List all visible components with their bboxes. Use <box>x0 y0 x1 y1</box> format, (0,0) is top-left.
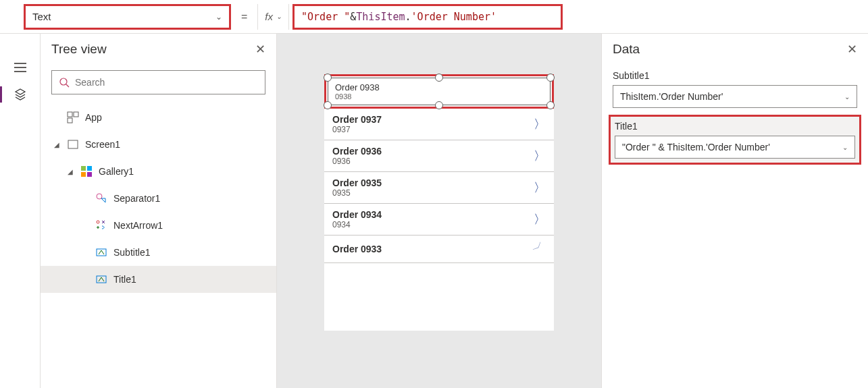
collapse-icon[interactable]: ◢ <box>54 141 63 148</box>
gallery-icon <box>80 165 93 178</box>
selected-title-control[interactable]: Order 0938 0938 <box>324 74 554 109</box>
svg-point-0 <box>60 78 67 85</box>
tree-list: App ◢ Screen1 ◢ Gallery1 <box>41 100 276 293</box>
gallery-item[interactable]: Order 0936 0936 〉 <box>324 140 554 172</box>
screen-icon <box>66 138 80 151</box>
close-icon[interactable]: ✕ <box>255 42 265 57</box>
gallery-item-title: Order 0935 <box>332 177 534 188</box>
gallery-item-subtitle: 0935 <box>332 188 534 198</box>
chevron-right-icon[interactable]: 〉 <box>534 179 546 196</box>
tree-item-label: Screen1 <box>85 139 120 150</box>
hamburger-menu-icon[interactable] <box>7 54 34 81</box>
tree-item-screen1[interactable]: ◢ Screen1 <box>41 131 276 158</box>
data-field-subtitle1: Subtitle1 ThisItem.'Order Number' ⌄ <box>613 70 857 108</box>
svg-rect-9 <box>87 172 92 177</box>
gallery-item-subtitle: 0936 <box>332 157 534 166</box>
field-dropdown-title1[interactable]: "Order " & ThisItem.'Order Number' ⌄ <box>615 136 855 159</box>
svg-rect-2 <box>68 112 72 117</box>
chevron-right-icon[interactable]: 〉 <box>530 239 550 259</box>
formula-token-prop: 'Order Number' <box>411 11 496 23</box>
app-icon <box>66 111 80 124</box>
gallery-item[interactable]: Order 0937 0937 〉 <box>324 109 554 140</box>
data-field-title1: Title1 "Order " & ThisItem.'Order Number… <box>609 115 861 165</box>
chevron-down-icon: ⌄ <box>842 144 848 151</box>
svg-line-1 <box>66 84 69 87</box>
gallery-item-title: Order 0937 <box>332 114 534 125</box>
tree-item-gallery1[interactable]: ◢ Gallery1 <box>41 158 276 185</box>
fx-label: fx <box>265 11 273 22</box>
gallery-item[interactable]: Order 0933 〉 <box>324 235 554 263</box>
tree-item-nextarrow1[interactable]: NextArrow1 <box>41 212 276 239</box>
tree-view-title: Tree view <box>51 42 107 57</box>
gallery-item-subtitle: 0938 <box>335 92 543 101</box>
property-dropdown[interactable]: Text ⌄ <box>24 4 231 30</box>
formula-input[interactable]: "Order " & ThisItem.'Order Number' <box>292 4 563 30</box>
tree-view-panel: Tree view ✕ App ◢ <box>41 34 277 388</box>
icons-icon <box>95 219 108 232</box>
equals-sign: = <box>241 11 247 23</box>
chevron-down-icon: ⌄ <box>276 13 282 20</box>
gallery-item-subtitle: 0937 <box>332 125 534 134</box>
resize-handle[interactable] <box>324 74 332 82</box>
resize-handle[interactable] <box>546 74 555 82</box>
search-input[interactable] <box>75 77 258 88</box>
chevron-right-icon[interactable]: 〉 <box>534 148 546 164</box>
svg-rect-8 <box>81 172 86 177</box>
formula-input-wrapper: "Order " & ThisItem.'Order Number' <box>289 0 868 33</box>
tree-item-separator1[interactable]: Separator1 <box>41 185 276 212</box>
svg-rect-4 <box>68 118 72 123</box>
fx-button[interactable]: fx ⌄ <box>257 4 289 30</box>
gallery-item-title: Order 0938 <box>335 82 543 92</box>
search-box[interactable] <box>51 70 265 94</box>
gallery-item[interactable]: Order 0935 0935 〉 <box>324 172 554 204</box>
field-dropdown-value: "Order " & ThisItem.'Order Number' <box>622 142 770 153</box>
gallery-item-title: Order 0933 <box>332 244 534 254</box>
formula-token-dot: . <box>405 11 411 23</box>
label-icon <box>95 246 108 259</box>
tree-view-header: Tree view ✕ <box>41 34 276 65</box>
field-label: Subtitle1 <box>613 70 857 81</box>
svg-point-11 <box>97 221 99 223</box>
tree-item-label: Subtitle1 <box>113 247 150 258</box>
close-icon[interactable]: ✕ <box>847 42 857 57</box>
layers-icon <box>14 88 27 101</box>
tree-item-subtitle1[interactable]: Subtitle1 <box>41 239 276 266</box>
label-icon <box>95 273 108 286</box>
resize-handle[interactable] <box>435 74 443 82</box>
svg-rect-5 <box>68 140 78 148</box>
chevron-down-icon: ⌄ <box>215 12 222 22</box>
phone-screen: Order 0938 0938 Order 0937 0937 〉 Order … <box>324 74 554 331</box>
tree-item-title1[interactable]: Title1 <box>41 266 276 293</box>
svg-rect-7 <box>87 166 92 171</box>
formula-token-string: "Order " <box>301 11 350 23</box>
formula-bar: Text ⌄ = fx ⌄ "Order " & ThisItem.'Order… <box>0 0 868 34</box>
field-dropdown-value: ThisItem.'Order Number' <box>620 91 723 102</box>
chevron-right-icon[interactable]: 〉 <box>534 211 546 227</box>
data-panel-title: Data <box>613 42 640 57</box>
formula-token-op: & <box>350 11 356 23</box>
tree-item-label: Separator1 <box>113 193 160 204</box>
gallery-item-title: Order 0934 <box>332 209 534 220</box>
chevron-down-icon: ⌄ <box>844 93 850 101</box>
tree-item-app[interactable]: App <box>41 104 276 131</box>
svg-rect-3 <box>74 112 78 117</box>
svg-rect-6 <box>81 166 86 171</box>
field-dropdown-subtitle1[interactable]: ThisItem.'Order Number' ⌄ <box>613 85 857 108</box>
canvas[interactable]: Order 0938 0938 Order 0937 0937 〉 Order … <box>277 34 601 388</box>
collapse-icon[interactable]: ◢ <box>68 168 77 175</box>
field-label: Title1 <box>615 121 855 132</box>
tree-view-rail-button[interactable] <box>7 81 34 108</box>
formula-token-obj: ThisItem <box>356 11 405 23</box>
gallery-item-subtitle: 0934 <box>332 220 534 229</box>
separator-icon <box>95 192 108 205</box>
gallery-item-title: Order 0936 <box>332 146 534 157</box>
property-dropdown-label: Text <box>32 11 51 22</box>
gallery-item[interactable]: Order 0934 0934 〉 <box>324 204 554 235</box>
search-icon <box>59 77 70 88</box>
tree-item-label: App <box>85 112 102 123</box>
data-panel: Data ✕ Subtitle1 ThisItem.'Order Number'… <box>601 34 868 388</box>
tree-item-label: Title1 <box>113 274 136 285</box>
tree-item-label: Gallery1 <box>99 166 134 177</box>
chevron-right-icon[interactable]: 〉 <box>534 116 546 132</box>
data-panel-header: Data ✕ <box>613 42 857 57</box>
